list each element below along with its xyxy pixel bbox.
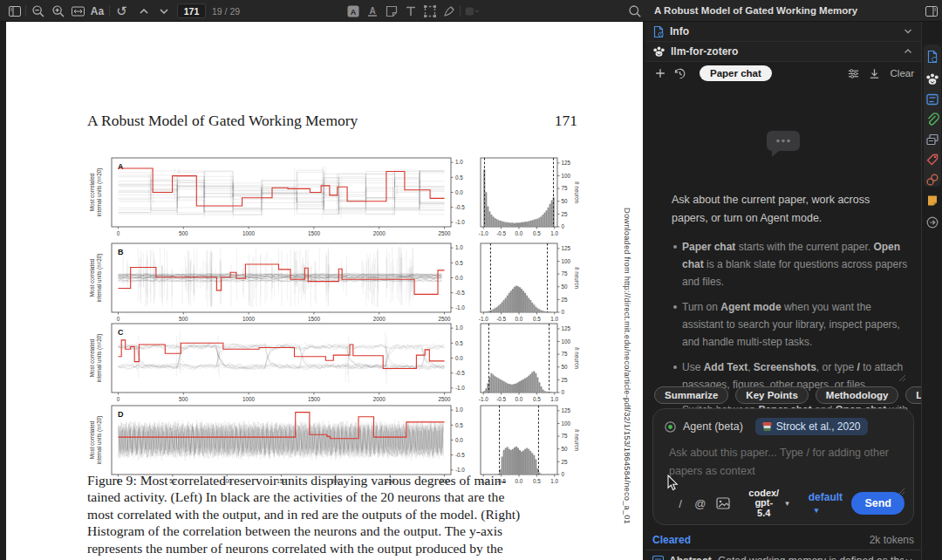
tab-locate[interactable] (925, 215, 939, 229)
navigate-back-button[interactable]: ↺ (114, 3, 129, 18)
svg-text:internal units (n=20): internal units (n=20) (96, 254, 103, 303)
info-document-icon (652, 25, 665, 38)
svg-text:0.5: 0.5 (455, 174, 463, 181)
fit-width-icon (71, 4, 85, 18)
toggle-context-pane-button[interactable] (924, 3, 939, 18)
find-in-document-button[interactable] (627, 3, 642, 18)
chat-history-button[interactable] (668, 67, 691, 80)
svg-text:1.0: 1.0 (550, 230, 558, 236)
svg-text:0: 0 (562, 389, 565, 395)
svg-text:Most correlated: Most correlated (89, 338, 95, 377)
libraries-stack-icon (925, 133, 939, 147)
zoom-out-button[interactable] (31, 3, 45, 18)
svg-text:0.0: 0.0 (455, 437, 463, 443)
suggestion-chip-key-points[interactable]: Key Points (735, 386, 808, 404)
model-selector[interactable]: codex/ gpt-5.4 ▾ (748, 488, 788, 519)
tab-info[interactable] (925, 50, 939, 64)
highlight-icon: A (346, 4, 360, 18)
svg-text:-0.5: -0.5 (455, 452, 465, 458)
token-count-label: 2k tokens (870, 534, 914, 546)
plugin-section-label: llm-for-zotero (671, 45, 902, 58)
tab-related[interactable] (925, 173, 939, 187)
agent-mode-radio[interactable] (664, 420, 677, 434)
svg-text:1000: 1000 (242, 230, 256, 236)
info-section-header[interactable]: Info (645, 22, 921, 42)
svg-text:125: 125 (562, 160, 571, 166)
send-button[interactable]: Send (851, 492, 904, 515)
tag-icon (925, 153, 939, 167)
svg-text:125: 125 (562, 325, 571, 331)
new-chat-button[interactable] (652, 67, 668, 79)
next-page-button[interactable] (156, 3, 171, 18)
clear-chat-button[interactable]: Clear (891, 68, 914, 79)
llm-plugin-paw-icon (652, 45, 666, 58)
chat-input-placeholder[interactable]: Ask about this paper... Type / for addin… (669, 444, 901, 481)
zoom-fit-width-button[interactable] (71, 3, 85, 18)
paperclip-icon (925, 113, 939, 126)
slash-command-button[interactable]: / (671, 497, 690, 510)
editor-panel-icon (925, 92, 939, 106)
svg-text:Most correlated: Most correlated (89, 173, 95, 211)
svg-text:75: 75 (562, 185, 569, 191)
svg-text:0: 0 (562, 309, 565, 315)
appearance-button[interactable]: Aa (90, 3, 105, 18)
mouse-cursor (667, 475, 679, 492)
chat-intro-text: Ask about the current paper, work across… (672, 191, 909, 228)
svg-text:# neuron: # neuron (574, 347, 580, 369)
image-icon (716, 497, 730, 509)
toggle-left-sidebar-button[interactable] (7, 3, 22, 18)
draw-pen-icon (442, 4, 456, 18)
suggestion-chip-summarize[interactable]: Summarize (654, 386, 728, 404)
highlight-text-tool[interactable]: A (345, 3, 360, 18)
underline-text-tool[interactable]: A (365, 3, 379, 18)
svg-text:25: 25 (562, 377, 569, 383)
current-item-title: A Robust Model of Gated Working Memory (654, 5, 857, 16)
add-text-tool[interactable] (403, 3, 418, 18)
tab-attachments[interactable] (925, 113, 939, 126)
cleared-link[interactable]: Cleared (652, 534, 691, 546)
info-document-icon (925, 50, 939, 64)
mention-button[interactable]: @ (690, 497, 711, 510)
agent-beta-label[interactable]: Agent (beta) (683, 420, 743, 433)
svg-text:125: 125 (562, 407, 571, 413)
attach-image-button[interactable] (711, 497, 735, 509)
chat-help-bullet: Paper chat starts with the current paper… (645, 238, 921, 298)
svg-text:internal units (n=20): internal units (n=20) (96, 416, 103, 465)
chat-empty-state: Ask about the current paper, work across… (645, 85, 921, 382)
preset-selector[interactable]: default ▾ (809, 491, 852, 516)
plugin-section-header[interactable]: llm-for-zotero (645, 42, 921, 62)
chevron-down-icon: ▾ (785, 499, 789, 508)
page-folio: 171 (555, 112, 577, 130)
pdf-page[interactable]: A Robust Model of Gated Working Memory 1… (6, 22, 643, 560)
zoom-in-button[interactable] (51, 3, 65, 18)
abstract-section-header[interactable]: Abstract. Gated working memory is define… (645, 550, 921, 560)
add-note-tool[interactable] (384, 3, 399, 18)
svg-text:50: 50 (562, 446, 569, 452)
figure-panel-c: 050010001500200025001.00.50.0-0.5-1.0CMo… (83, 317, 580, 404)
tab-libraries[interactable] (925, 133, 939, 147)
chat-input-box[interactable]: Agent (beta) Strock et al., 2020 Ask abo… (652, 408, 914, 525)
svg-text:-0.5: -0.5 (455, 290, 465, 296)
svg-text:Most correlated: Most correlated (89, 258, 95, 297)
mode-chip-paper-chat[interactable]: Paper chat (700, 65, 772, 81)
page-number-input[interactable]: 171 (177, 3, 206, 18)
tab-annotations[interactable] (925, 92, 939, 106)
tab-llm-plugin[interactable] (925, 72, 939, 86)
tab-tags[interactable] (925, 153, 939, 167)
suggestion-chips: SummarizeKey PointsMethodologyLimitation… (645, 386, 921, 404)
suggestion-chip-methodology[interactable]: Methodology (816, 386, 899, 404)
chat-settings-button[interactable] (843, 67, 864, 80)
tab-notes[interactable] (925, 194, 939, 208)
zoom-out-icon (31, 4, 45, 18)
toolbar-divider (25, 5, 26, 17)
draw-tool[interactable] (441, 3, 456, 18)
resize-handle-icon[interactable] (897, 372, 907, 383)
annotation-color-picker[interactable] (465, 3, 480, 18)
export-chat-button[interactable] (864, 67, 885, 80)
svg-text:# neuron: # neuron (574, 429, 580, 451)
related-links-icon (925, 173, 939, 187)
previous-page-button[interactable] (136, 3, 151, 18)
context-paper-chip[interactable]: Strock et al., 2020 (755, 418, 868, 435)
select-area-tool[interactable] (422, 3, 437, 18)
svg-text:75: 75 (562, 433, 569, 439)
